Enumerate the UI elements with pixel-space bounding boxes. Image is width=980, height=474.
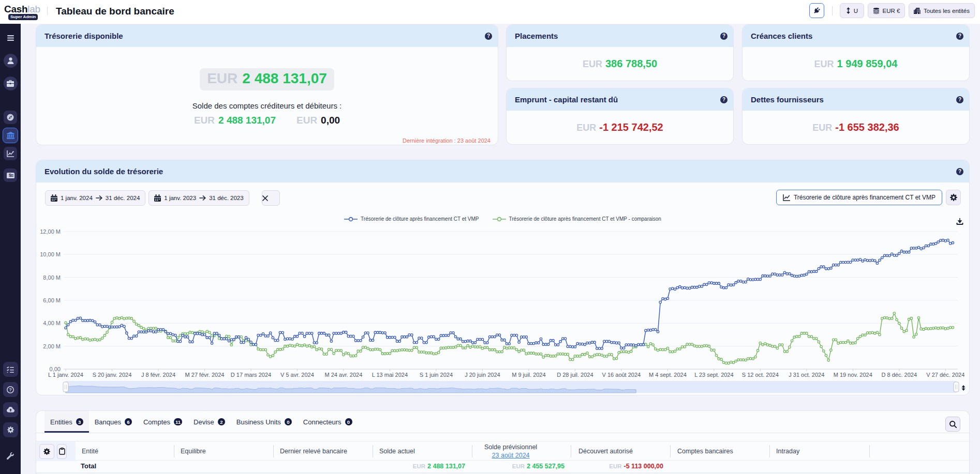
svg-text:M 9 juil. 2024: M 9 juil. 2024 [512,372,545,378]
svg-text:M 19 nov. 2024: M 19 nov. 2024 [834,372,872,378]
svg-text:L 23 sept. 2024: L 23 sept. 2024 [694,372,733,378]
svg-text:M 24 avr. 2024: M 24 avr. 2024 [325,372,363,378]
svg-text:V 5 avr. 2024: V 5 avr. 2024 [280,372,314,378]
svg-text:4,00 M: 4,00 M [43,320,61,326]
svg-text:2,00 M: 2,00 M [43,343,61,349]
svg-text:M 27 févr. 2024: M 27 févr. 2024 [185,372,225,378]
svg-text:L 13 mai 2024: L 13 mai 2024 [372,372,408,378]
svg-text:D 17 mars 2024: D 17 mars 2024 [231,372,271,378]
svg-text:S 1 juin 2024: S 1 juin 2024 [420,372,453,378]
svg-text:V 27 déc. 2024: V 27 déc. 2024 [926,372,964,378]
svg-text:6,00 M: 6,00 M [43,297,61,303]
svg-text:D 28 juil. 2024: D 28 juil. 2024 [557,372,593,378]
svg-text:M 4 sept. 2024: M 4 sept. 2024 [649,372,687,378]
svg-text:J 20 juin 2024: J 20 juin 2024 [465,372,500,378]
svg-text:J 31 oct. 2024: J 31 oct. 2024 [789,372,824,378]
svg-text:S 20 janv. 2024: S 20 janv. 2024 [93,372,132,378]
svg-text:?: ? [9,387,12,392]
svg-text:S 12 oct. 2024: S 12 oct. 2024 [742,372,779,378]
svg-text:10,00 M: 10,00 M [40,251,61,257]
svg-text:8,00 M: 8,00 M [43,274,61,281]
svg-text:L 1 janv. 2024: L 1 janv. 2024 [48,372,83,378]
svg-text:V 16 août 2024: V 16 août 2024 [602,372,641,378]
svg-text:12,00 M: 12,00 M [40,228,61,235]
svg-text:D 8 déc. 2024: D 8 déc. 2024 [882,372,917,378]
svg-text:J 8 févr. 2024: J 8 févr. 2024 [141,372,175,378]
svg-text:$: $ [9,173,11,178]
